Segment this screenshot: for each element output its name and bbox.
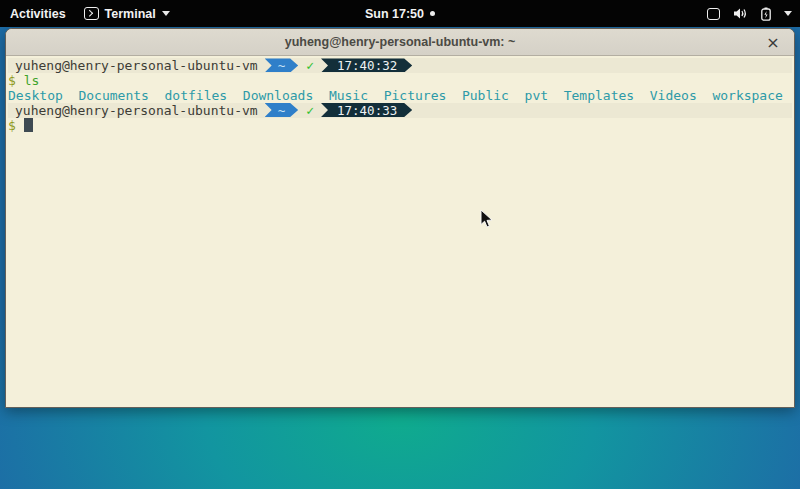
terminal-cursor	[24, 118, 33, 132]
prompt-symbol: $	[8, 118, 16, 133]
prompt-symbol: $	[8, 73, 16, 88]
typed-command: ls	[24, 73, 40, 88]
terminal-screen[interactable]: yuheng@henry-personal-ubuntu-vm ~ ✓ 17:4…	[6, 56, 794, 408]
prompt-cwd-segment: ~	[265, 58, 299, 72]
window-titlebar[interactable]: yuheng@henry-personal-ubuntu-vm: ~ ×	[6, 29, 794, 56]
notification-dot-icon	[430, 11, 435, 16]
prompt-status-check-icon: ✓	[306, 58, 314, 73]
directory-listing: Desktop Documents dotfiles Downloads Mus…	[8, 88, 783, 103]
terminal-app-icon	[84, 7, 99, 20]
desktop: Activities Terminal Sun 17:50	[0, 0, 800, 489]
prompt-time-segment: 17:40:33	[321, 103, 412, 117]
prompt-user-host: yuheng@henry-personal-ubuntu-vm	[15, 103, 258, 118]
chevron-down-icon	[162, 11, 170, 16]
prompt-line: yuheng@henry-personal-ubuntu-vm ~ ✓ 17:4…	[8, 58, 792, 73]
app-menu-terminal[interactable]: Terminal	[84, 7, 170, 21]
close-button[interactable]: ×	[762, 29, 784, 56]
prompt-time-segment: 17:40:32	[321, 58, 412, 72]
output-line: Desktop Documents dotfiles Downloads Mus…	[8, 88, 792, 103]
window-title: yuheng@henry-personal-ubuntu-vm: ~	[285, 35, 516, 49]
activities-button[interactable]: Activities	[10, 7, 66, 21]
display-icon	[707, 8, 720, 20]
top-bar: Activities Terminal Sun 17:50	[0, 0, 800, 27]
prompt-cwd-segment: ~	[265, 103, 299, 117]
terminal-window: yuheng@henry-personal-ubuntu-vm: ~ × yuh…	[5, 28, 795, 408]
prompt-line: yuheng@henry-personal-ubuntu-vm ~ ✓ 17:4…	[8, 103, 792, 118]
battery-charging-icon	[761, 7, 771, 21]
chevron-down-icon	[784, 11, 792, 16]
input-line: $	[8, 118, 792, 133]
volume-icon	[733, 7, 748, 20]
prompt-user-host: yuheng@henry-personal-ubuntu-vm	[15, 58, 258, 73]
app-menu-label: Terminal	[105, 7, 156, 21]
command-line: $ ls	[8, 73, 792, 88]
clock[interactable]: Sun 17:50	[365, 7, 424, 21]
prompt-status-check-icon: ✓	[306, 103, 314, 118]
system-tray-menu[interactable]	[707, 0, 792, 27]
